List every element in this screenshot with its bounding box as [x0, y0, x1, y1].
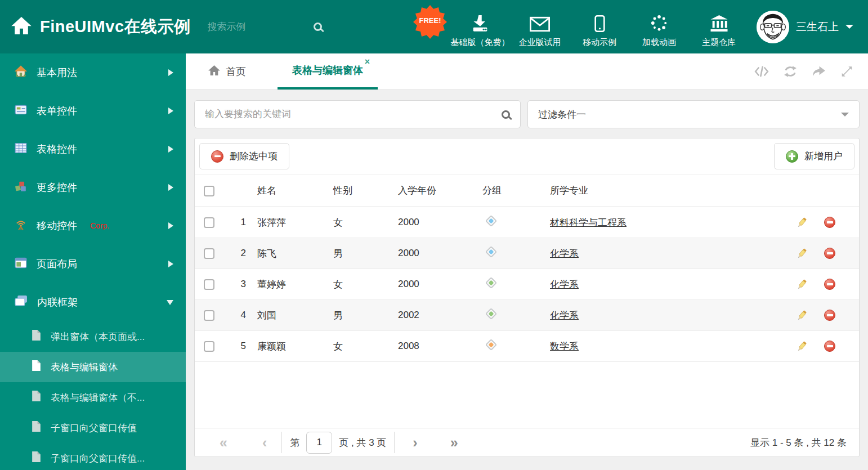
search-icon[interactable] [314, 23, 322, 31]
cell-year: 2000 [389, 207, 473, 238]
last-page-icon[interactable]: » [450, 436, 458, 450]
brand[interactable]: FineUIMvc在线示例 [0, 16, 191, 38]
bank-icon [710, 14, 728, 32]
menu-label: 主题仓库 [702, 37, 736, 48]
row-checkbox[interactable] [204, 217, 214, 228]
sidebar-item-label: 表单控件 [37, 104, 77, 118]
sidebar-subitem-label: 子窗口向父窗口传值 [51, 422, 137, 435]
sidebar-subitem-label: 弹出窗体（本页面或... [51, 330, 145, 343]
tab-label: 表格与编辑窗体 [292, 64, 363, 77]
major-link[interactable]: 数学系 [550, 341, 579, 352]
delete-selected-button[interactable]: 删除选中项 [199, 143, 289, 169]
major-link[interactable]: 化学系 [550, 310, 579, 321]
table-icon [15, 142, 27, 157]
edit-pencil-icon[interactable] [796, 310, 808, 321]
menu-item-enterprise-trial[interactable]: 企业版试用 [510, 6, 570, 48]
col-header-gender: 性别 [324, 174, 389, 207]
table-row: 5 康颖颖 女 2008 数学系 [195, 331, 859, 362]
sidebar-item-page-layout[interactable]: 页面布局 [0, 245, 186, 283]
major-link[interactable]: 化学系 [550, 279, 579, 290]
menu-item-theme-repo[interactable]: 主题仓库 [689, 6, 749, 48]
col-header-major: 所学专业 [541, 174, 732, 207]
cell-gender: 女 [324, 269, 389, 300]
prev-page-icon[interactable]: ‹ [262, 436, 267, 450]
sidebar-item-iframe[interactable]: 内联框架 [0, 283, 186, 321]
form-icon [15, 104, 27, 119]
avatar [757, 11, 789, 43]
select-all-checkbox[interactable] [204, 186, 214, 196]
sidebar-item-mobile-controls[interactable]: 移动控件 Corp. [0, 207, 186, 245]
refresh-icon[interactable] [784, 65, 797, 78]
top-header: FineUIMvc在线示例 FREE! 基础版（免费） [0, 0, 868, 53]
add-user-button[interactable]: 新增用户 [774, 143, 854, 169]
row-number: 3 [222, 269, 248, 300]
major-link[interactable]: 化学系 [550, 248, 579, 259]
sidebar-subitem-grid-edit-window[interactable]: 表格与编辑窗体 [0, 352, 186, 382]
home-icon [208, 65, 220, 78]
major-link[interactable]: 材料科学与工程系 [550, 217, 627, 228]
row-checkbox[interactable] [204, 248, 214, 259]
delete-row-icon[interactable] [824, 217, 835, 228]
sidebar-item-grid-controls[interactable]: 表格控件 [0, 130, 186, 168]
menu-item-mobile-demo[interactable]: 移动示例 [570, 6, 629, 48]
menu-item-basic-free[interactable]: FREE! 基础版（免费） [450, 6, 510, 48]
delete-row-icon[interactable] [824, 341, 835, 352]
cell-group [473, 300, 541, 331]
share-icon[interactable] [812, 65, 826, 78]
app-title: FineUIMvc在线示例 [40, 16, 191, 38]
edit-pencil-icon[interactable] [796, 248, 808, 259]
tab-home[interactable]: 首页 [204, 53, 250, 89]
menu-item-loading-animation[interactable]: 加载动画 [629, 6, 689, 48]
cell-group [473, 238, 541, 269]
keyword-search-input[interactable] [205, 109, 502, 120]
cell-gender: 女 [324, 331, 389, 362]
edit-pencil-icon[interactable] [796, 279, 808, 290]
user-name: 三生石上 [796, 20, 839, 34]
top-menu: FREE! 基础版（免费） 企业版试用 移动示例 [450, 6, 749, 48]
panel-empty-space [195, 362, 859, 428]
filter-dropdown[interactable]: 过滤条件一 [527, 100, 860, 128]
next-page-icon[interactable]: › [413, 436, 417, 450]
delete-row-icon[interactable] [824, 248, 835, 259]
delete-row-icon[interactable] [824, 279, 835, 290]
chevron-right-icon [168, 69, 173, 76]
search-icon[interactable] [502, 110, 510, 119]
sidebar-subitem-child-to-parent-2[interactable]: 子窗口向父窗口传值... [0, 443, 186, 470]
sidebar-item-more-controls[interactable]: 更多控件 [0, 168, 186, 207]
row-checkbox[interactable] [204, 279, 214, 290]
sidebar-subitem-child-to-parent[interactable]: 子窗口向父窗口传值 [0, 413, 186, 443]
frames-icon [15, 295, 28, 310]
header-search-input[interactable] [208, 21, 292, 33]
tab-grid-edit-window[interactable]: 表格与编辑窗体 × [278, 53, 378, 89]
filter-row: 过滤条件一 [194, 100, 860, 128]
edit-pencil-icon[interactable] [796, 217, 808, 229]
close-icon[interactable]: × [365, 57, 370, 66]
sidebar-item-basic-usage[interactable]: 基本用法 [0, 53, 186, 92]
download-icon [471, 14, 490, 32]
delete-row-icon[interactable] [824, 310, 835, 321]
expand-icon[interactable] [840, 65, 853, 78]
row-checkbox[interactable] [204, 310, 214, 321]
chevron-right-icon [168, 222, 173, 229]
house-icon [15, 65, 27, 80]
first-page-icon[interactable]: « [220, 436, 227, 450]
sidebar-subitem-label: 表格与编辑窗体 [51, 361, 118, 374]
filter-dropdown-value: 过滤条件一 [538, 108, 586, 121]
sidebar-subitem-grid-edit-window-2[interactable]: 表格与编辑窗体（不... [0, 382, 186, 413]
row-number: 5 [222, 331, 248, 362]
cell-name: 董婷婷 [248, 269, 324, 300]
user-menu[interactable]: 三生石上 [749, 11, 868, 43]
row-checkbox[interactable] [204, 341, 214, 352]
page-number-input[interactable] [306, 432, 332, 454]
cell-major: 数学系 [541, 331, 732, 362]
page-icon [32, 390, 41, 405]
chevron-right-icon [168, 261, 173, 267]
sidebar-subitem-popup-window[interactable]: 弹出窗体（本页面或... [0, 321, 186, 352]
source-code-icon[interactable] [754, 65, 769, 78]
sidebar-subitem-label: 子窗口向父窗口传值... [51, 452, 145, 465]
data-grid: 姓名 性别 入学年份 分组 所学专业 1 张萍萍 女 2000 [195, 174, 859, 362]
sidebar-item-form-controls[interactable]: 表单控件 [0, 92, 186, 130]
menu-label: 移动示例 [583, 37, 616, 48]
col-header-group: 分组 [473, 174, 541, 207]
edit-pencil-icon[interactable] [796, 341, 808, 352]
